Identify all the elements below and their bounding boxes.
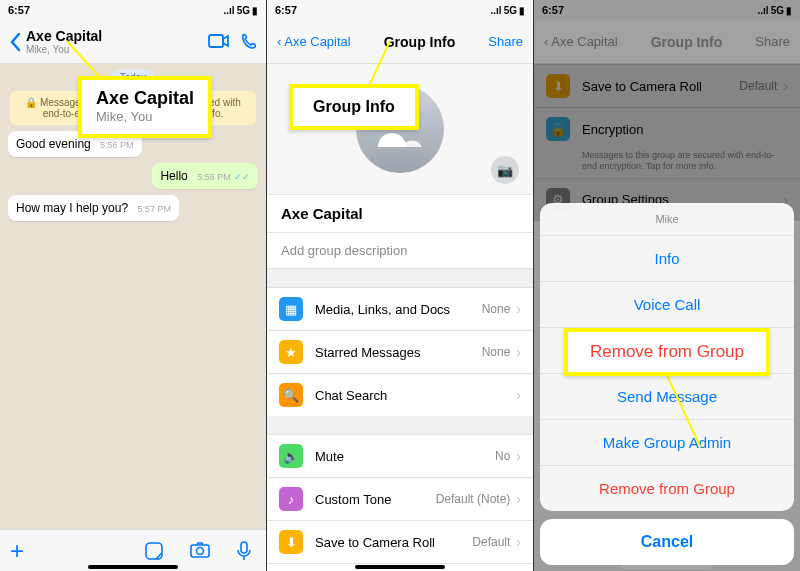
group-name-row[interactable]: Axe Capital (267, 194, 533, 232)
svg-point-3 (197, 547, 204, 554)
status-indicators: ..ıl 5G ▮ (224, 5, 258, 16)
chat-subtitle: Mike, You (26, 44, 208, 55)
status-bar: 6:57 ..ıl 5G ▮ (534, 0, 800, 20)
sticker-icon[interactable] (144, 541, 164, 561)
svg-rect-4 (241, 542, 247, 553)
action-sheet-screen: 6:57 ..ıl 5G ▮ ‹ Axe Capital Group Info … (534, 0, 800, 571)
row-value: No (495, 449, 510, 463)
home-indicator (88, 565, 178, 569)
chat-title-block[interactable]: Axe Capital Mike, You (26, 28, 208, 55)
sheet-option-info[interactable]: Info (540, 235, 794, 281)
status-bar: 6:57 ..ıl 5G ▮ (267, 0, 533, 20)
sheet-option-remove[interactable]: Remove from Group (540, 465, 794, 511)
status-time: 6:57 (8, 4, 30, 16)
tone-icon: ♪ (279, 487, 303, 511)
sheet-header: Mike (540, 203, 794, 235)
home-indicator (355, 565, 445, 569)
back-icon[interactable] (8, 32, 22, 52)
camera-icon[interactable] (190, 541, 210, 561)
edit-photo-icon[interactable]: 📷 (491, 156, 519, 184)
row-value: None (482, 345, 511, 359)
attach-icon[interactable]: + (10, 537, 24, 565)
action-sheet: Mike Info Voice Call Video Call Send Mes… (540, 203, 794, 565)
chevron-icon: › (516, 491, 521, 507)
row-value: Default (472, 535, 510, 549)
message-bubble[interactable]: How may I help you? 5:57 PM (8, 195, 179, 221)
sheet-option-make-admin[interactable]: Make Group Admin (540, 419, 794, 465)
sheet-cancel-button[interactable]: Cancel (540, 519, 794, 565)
back-button[interactable]: ‹ Axe Capital (277, 34, 351, 49)
message-text: How may I help you? (16, 201, 128, 215)
status-time: 6:57 (275, 4, 297, 16)
search-icon: 🔍 (279, 383, 303, 407)
row-value: Default (Note) (436, 492, 511, 506)
mute-icon: 🔈 (279, 444, 303, 468)
row-label: Mute (315, 449, 495, 464)
message-bubble[interactable]: Hello 5:56 PM ✓✓ (152, 163, 258, 189)
row-label: Chat Search (315, 388, 516, 403)
chat-title: Axe Capital (26, 28, 208, 44)
voice-call-icon[interactable] (240, 33, 258, 51)
share-button[interactable]: Share (488, 34, 523, 49)
save-icon: ⬇ (279, 530, 303, 554)
nav-actions (208, 33, 258, 51)
status-time: 6:57 (542, 4, 564, 16)
video-call-icon[interactable] (208, 33, 230, 51)
callout-group-info: Group Info (289, 84, 419, 130)
sheet-option-voice-call[interactable]: Voice Call (540, 281, 794, 327)
chat-screen: 6:57 ..ıl 5G ▮ Axe Capital Mike, You Tod… (0, 0, 266, 571)
message-text: Good evening (16, 137, 91, 151)
chevron-icon: › (516, 344, 521, 360)
info-navbar: ‹ Axe Capital Group Info Share (267, 20, 533, 64)
row-starred[interactable]: ★ Starred Messages None › (267, 330, 533, 373)
row-custom-tone[interactable]: ♪ Custom Tone Default (Note) › (267, 477, 533, 520)
status-bar: 6:57 ..ıl 5G ▮ (0, 0, 266, 20)
status-indicators: ..ıl 5G ▮ (758, 5, 792, 16)
row-label: Save to Camera Roll (315, 535, 472, 550)
row-save-camera-roll[interactable]: ⬇ Save to Camera Roll Default › (267, 520, 533, 563)
message-time: 5:56 PM (100, 140, 134, 150)
row-value: None (482, 302, 511, 316)
screen-title: Group Info (384, 34, 456, 50)
row-search[interactable]: 🔍 Chat Search › (267, 373, 533, 416)
chevron-icon: › (516, 448, 521, 464)
message-text: Hello (160, 169, 187, 183)
row-media[interactable]: ▦ Media, Links, and Docs None › (267, 287, 533, 330)
callout-chat-title: Axe Capital Mike, You (78, 76, 212, 138)
star-icon: ★ (279, 340, 303, 364)
callout-remove: Remove from Group (564, 328, 770, 376)
chevron-icon: › (516, 301, 521, 317)
photo-icon: ▦ (279, 297, 303, 321)
message-time: 5:57 PM (137, 204, 171, 214)
chevron-icon: › (516, 387, 521, 403)
callout-title: Axe Capital (96, 88, 194, 109)
message-time: 5:56 PM (197, 172, 231, 182)
svg-rect-0 (209, 35, 223, 47)
callout-subtitle: Mike, You (96, 109, 194, 124)
chevron-icon: › (516, 534, 521, 550)
read-tick-icon: ✓✓ (234, 172, 250, 182)
row-mute[interactable]: 🔈 Mute No › (267, 434, 533, 477)
group-description-row[interactable]: Add group description (267, 232, 533, 269)
row-label: Starred Messages (315, 345, 482, 360)
svg-rect-1 (146, 543, 162, 559)
chat-navbar: Axe Capital Mike, You (0, 20, 266, 64)
row-label: Media, Links, and Docs (315, 302, 482, 317)
row-label: Custom Tone (315, 492, 436, 507)
status-indicators: ..ıl 5G ▮ (491, 5, 525, 16)
group-info-screen: 6:57 ..ıl 5G ▮ ‹ Axe Capital Group Info … (267, 0, 533, 571)
mic-icon[interactable] (236, 541, 256, 561)
